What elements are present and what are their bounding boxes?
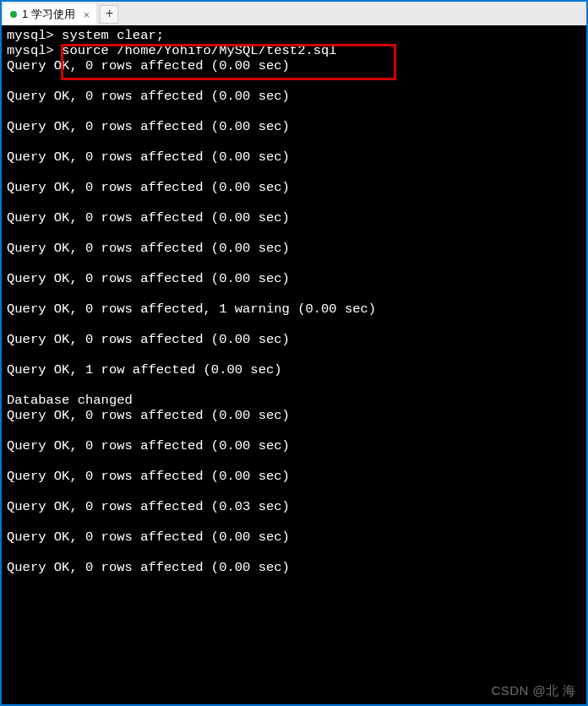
add-tab-button[interactable]: + [100,5,118,24]
terminal-line: Query OK, 1 row affected (0.00 sec) [7,363,581,378]
terminal-line: mysql> source /home/Yohifo/MySQL/test2.s… [7,44,581,59]
watermark-text: CSDN @北 海 [491,683,576,699]
tab-bar: 1 学习使用 × + [2,2,586,25]
terminal-line: Query OK, 0 rows affected (0.00 sec) [7,530,581,546]
terminal-line [7,135,581,150]
terminal-line: Query OK, 0 rows affected (0.00 sec) [7,59,581,74]
terminal-line: Query OK, 0 rows affected (0.03 sec) [7,500,581,515]
tab-active[interactable]: 1 学习使用 × [3,3,96,25]
terminal-window: 1 学习使用 × + mysql> system clear;mysql> so… [2,2,586,704]
terminal-line: Query OK, 0 rows affected (0.00 sec) [7,272,581,287]
terminal-line [7,576,581,591]
terminal-line: Query OK, 0 rows affected (0.00 sec) [7,470,581,485]
terminal-line [7,257,581,272]
terminal-line: Query OK, 0 rows affected, 1 warning (0.… [7,302,581,318]
terminal-line: Query OK, 0 rows affected (0.00 sec) [7,211,581,226]
terminal-line [7,105,581,120]
terminal-line [7,287,581,302]
terminal-line: mysql> system clear; [7,29,581,44]
terminal-line: Query OK, 0 rows affected (0.00 sec) [7,150,581,166]
terminal-line [7,515,581,530]
terminal-line: Query OK, 0 rows affected (0.00 sec) [7,439,581,454]
terminal-line [7,424,581,439]
terminal-line: Database changed [7,394,581,409]
terminal-line: Query OK, 0 rows affected (0.00 sec) [7,242,581,257]
terminal-output[interactable]: mysql> system clear;mysql> source /home/… [2,25,586,704]
terminal-line [7,454,581,470]
close-icon[interactable]: × [84,8,90,21]
terminal-line: Query OK, 0 rows affected (0.00 sec) [7,90,581,105]
terminal-line [7,546,581,561]
terminal-line [7,196,581,211]
terminal-line [7,74,581,90]
terminal-line [7,166,581,181]
terminal-line: Query OK, 0 rows affected (0.00 sec) [7,120,581,135]
terminal-line [7,226,581,242]
terminal-line: Query OK, 0 rows affected (0.00 sec) [7,333,581,348]
terminal-line [7,348,581,363]
terminal-line: Query OK, 0 rows affected (0.00 sec) [7,561,581,576]
status-dot-icon [10,11,17,18]
terminal-line [7,485,581,500]
terminal-line: Query OK, 0 rows affected (0.00 sec) [7,409,581,424]
terminal-line [7,318,581,333]
tab-label: 1 学习使用 [22,7,75,22]
terminal-line [7,378,581,394]
terminal-line: Query OK, 0 rows affected (0.00 sec) [7,181,581,196]
